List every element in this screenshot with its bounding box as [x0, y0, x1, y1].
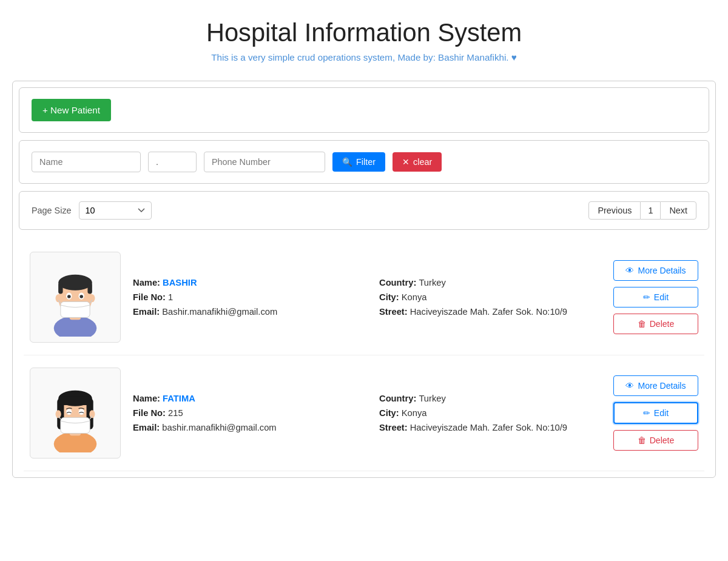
patient-email-item: Email: bashir.manafikhi@gmail.com	[133, 423, 355, 432]
svg-rect-21	[58, 396, 92, 405]
page-size-control: Page Size 10 25 50 100	[32, 201, 152, 220]
page-number: 1	[641, 201, 660, 220]
svg-rect-24	[61, 417, 90, 433]
new-patient-button[interactable]: + New Patient	[32, 99, 111, 121]
filter-button[interactable]: Filter	[332, 152, 385, 172]
page-size-select[interactable]: 10 25 50 100	[79, 201, 152, 220]
name-input[interactable]	[32, 152, 141, 172]
patient-file-item: File No: 215	[133, 408, 355, 418]
times-icon	[402, 157, 410, 167]
edit-button[interactable]: ✏ Edit	[613, 287, 698, 307]
patient-info: Name: FATIMA Country: Turkey File No: 21…	[133, 394, 601, 432]
trash-icon: 🗑	[638, 319, 646, 329]
patient-info: Name: BASHIR Country: Turkey File No: 1 …	[133, 278, 601, 317]
filter-label: Filter	[356, 157, 376, 167]
avatar	[30, 368, 121, 459]
svg-rect-10	[61, 301, 90, 317]
clear-label: clear	[413, 157, 432, 167]
edit-button[interactable]: ✏ Edit	[613, 402, 698, 424]
subtitle-author: Bashir Manafikhi	[438, 52, 506, 62]
patient-card: Name: FATIMA Country: Turkey File No: 21…	[24, 355, 704, 471]
page-size-label: Page Size	[32, 206, 72, 215]
page-subtitle: This is a very simple crud operations sy…	[12, 52, 716, 62]
next-button[interactable]: Next	[660, 201, 696, 220]
subtitle-suffix: . ♥	[506, 52, 516, 62]
trash-icon: 🗑	[638, 435, 646, 445]
page-header: Hospital Information System This is a ve…	[0, 0, 728, 75]
patient-name-item: Name: FATIMA	[133, 394, 355, 403]
dot-input[interactable]	[148, 152, 197, 172]
patient-card: Name: BASHIR Country: Turkey File No: 1 …	[24, 240, 704, 355]
svg-point-8	[67, 295, 71, 298]
patient-country-item: Country: Turkey	[379, 278, 601, 287]
phone-input[interactable]	[204, 152, 325, 172]
pagination-section: Page Size 10 25 50 100 Previous 1 Next	[19, 191, 709, 230]
delete-button[interactable]: 🗑 Delete	[613, 430, 698, 451]
delete-button[interactable]: 🗑 Delete	[613, 314, 698, 334]
svg-point-3	[58, 275, 92, 291]
subtitle-prefix: This is a very simple crud operations sy…	[211, 52, 438, 62]
svg-rect-5	[87, 283, 92, 294]
patient-street-item: Street: Haciveyiszade Mah. Zafer Sok. No…	[379, 423, 601, 432]
clear-button[interactable]: clear	[393, 152, 442, 172]
svg-point-12	[89, 294, 95, 302]
more-details-button[interactable]: 👁 More Details	[613, 375, 698, 396]
patient-city-item: City: Konya	[379, 292, 601, 302]
eye-icon: 👁	[625, 381, 634, 391]
patient-country-item: Country: Turkey	[379, 394, 601, 403]
page-title: Hospital Information System	[12, 18, 716, 47]
filter-section: Filter clear	[19, 140, 709, 184]
svg-point-11	[56, 294, 61, 302]
pagination-controls: Previous 1 Next	[588, 201, 696, 220]
avatar	[30, 252, 121, 343]
svg-point-9	[79, 295, 83, 298]
svg-point-25	[56, 410, 61, 418]
main-container: + New Patient Filter clear Page Size 10 …	[12, 81, 716, 478]
previous-button[interactable]: Previous	[588, 201, 641, 220]
edit-icon: ✏	[643, 292, 650, 302]
patient-actions: 👁 More Details ✏ Edit 🗑 Delete	[613, 375, 698, 451]
svg-point-26	[89, 410, 95, 418]
search-icon	[342, 157, 352, 167]
patient-city-item: City: Konya	[379, 408, 601, 418]
patient-street-item: Street: Haciveyiszade Mah. Zafer Sok. No…	[379, 307, 601, 317]
edit-icon: ✏	[643, 408, 650, 418]
eye-icon: 👁	[625, 266, 634, 275]
patient-email-item: Email: Bashir.manafikhi@gmail.com	[133, 307, 355, 317]
patient-file-item: File No: 1	[133, 292, 355, 302]
more-details-button[interactable]: 👁 More Details	[613, 260, 698, 281]
patients-list: Name: BASHIR Country: Turkey File No: 1 …	[24, 240, 704, 471]
patient-actions: 👁 More Details ✏ Edit 🗑 Delete	[613, 260, 698, 334]
svg-rect-4	[58, 283, 62, 294]
patient-name-item: Name: BASHIR	[133, 278, 355, 287]
toolbar-section: + New Patient	[19, 87, 709, 133]
